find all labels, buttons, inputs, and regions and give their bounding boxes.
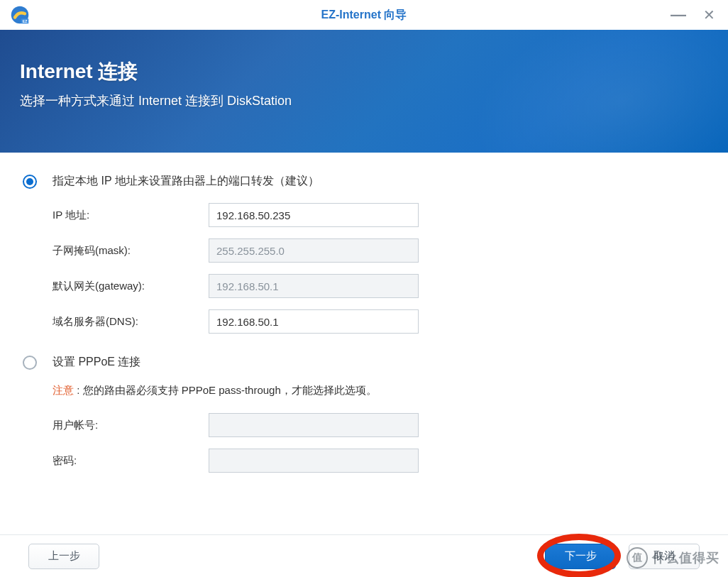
cancel-button[interactable]: 取消 — [629, 544, 700, 569]
pppoe-fields: 用户帐号: 密码: — [53, 413, 705, 473]
gateway-input — [209, 274, 419, 298]
field-row-ip: IP 地址: — [53, 203, 705, 227]
page-title: Internet 连接 — [20, 58, 708, 85]
username-input — [209, 413, 419, 437]
pppoe-notice: 注意 : 您的路由器必须支持 PPPoE pass-through，才能选择此选… — [53, 384, 705, 397]
ip-label: IP 地址: — [53, 209, 209, 222]
notice-text: : 您的路由器必须支持 PPPoE pass-through，才能选择此选项。 — [74, 384, 377, 396]
footer: 上一步 下一步 取消 — [0, 534, 728, 577]
page-subtitle: 选择一种方式来通过 Internet 连接到 DiskStation — [20, 92, 708, 109]
close-button[interactable]: ✕ — [703, 8, 715, 22]
field-row-dns: 域名服务器(DNS): — [53, 309, 705, 334]
mask-input — [209, 238, 419, 263]
field-row-password: 密码: — [53, 449, 705, 473]
dns-input[interactable] — [209, 309, 419, 334]
next-button[interactable]: 下一步 — [545, 544, 616, 569]
content-area: 指定本地 IP 地址来设置路由器上的端口转发（建议） IP 地址: 子网掩码(m… — [0, 153, 728, 473]
svg-text:EZ: EZ — [23, 19, 28, 23]
password-label: 密码: — [53, 454, 209, 468]
mask-label: 子网掩码(mask): — [53, 244, 209, 258]
back-button[interactable]: 上一步 — [28, 544, 99, 569]
window-title: EZ-Internet 向导 — [0, 8, 728, 23]
radio-label-pppoe: 设置 PPPoE 连接 — [53, 355, 140, 370]
field-row-gateway: 默认网关(gateway): — [53, 274, 705, 298]
app-icon: EZ — [10, 5, 30, 25]
username-label: 用户帐号: — [53, 419, 209, 432]
header-banner: Internet 连接 选择一种方式来通过 Internet 连接到 DiskS… — [0, 30, 728, 153]
minimize-button[interactable]: — — [671, 7, 686, 23]
password-input — [209, 449, 419, 473]
radio-port-forward[interactable] — [23, 175, 37, 189]
radio-label-port-forward: 指定本地 IP 地址来设置路由器上的端口转发（建议） — [53, 174, 319, 189]
option-port-forward[interactable]: 指定本地 IP 地址来设置路由器上的端口转发（建议） — [23, 174, 705, 189]
field-row-username: 用户帐号: — [53, 413, 705, 437]
dns-label: 域名服务器(DNS): — [53, 315, 209, 329]
titlebar: EZ EZ-Internet 向导 — ✕ — [0, 0, 728, 30]
option-pppoe[interactable]: 设置 PPPoE 连接 — [23, 355, 705, 370]
gateway-label: 默认网关(gateway): — [53, 280, 209, 293]
radio-pppoe[interactable] — [23, 356, 37, 370]
ip-input[interactable] — [209, 203, 419, 227]
port-forward-fields: IP 地址: 子网掩码(mask): 默认网关(gateway): 域名服务器(… — [53, 203, 705, 334]
notice-label: 注意 — [53, 384, 74, 396]
field-row-mask: 子网掩码(mask): — [53, 238, 705, 263]
